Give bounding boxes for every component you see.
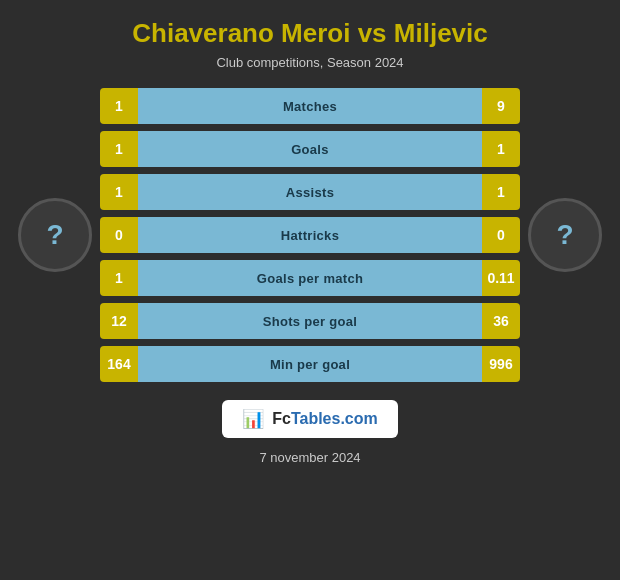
stat-left-value: 164 <box>100 346 138 382</box>
stats-section: ? 1Matches91Goals11Assists10Hattricks01G… <box>0 88 620 382</box>
stat-left-value: 0 <box>100 217 138 253</box>
right-player-avatar: ? <box>520 130 610 340</box>
stat-right-value: 9 <box>482 88 520 124</box>
stat-label: Hattricks <box>281 228 339 243</box>
right-avatar-circle: ? <box>528 198 602 272</box>
stat-right-value: 0 <box>482 217 520 253</box>
right-avatar-question: ? <box>556 219 573 251</box>
stat-right-value: 0.11 <box>482 260 520 296</box>
page-title: Chiaverano Meroi vs Miljevic <box>132 18 487 49</box>
stat-label: Goals <box>291 142 329 157</box>
stat-row: 1Goals per match0.11 <box>100 260 520 296</box>
stat-row: 1Matches9 <box>100 88 520 124</box>
branding-box: 📊 FcTables.com <box>222 400 398 438</box>
stat-left-value: 1 <box>100 174 138 210</box>
stat-label: Shots per goal <box>263 314 358 329</box>
main-container: Chiaverano Meroi vs Miljevic Club compet… <box>0 0 620 580</box>
stat-right-value: 36 <box>482 303 520 339</box>
stat-row: 1Assists1 <box>100 174 520 210</box>
bars-container: 1Matches91Goals11Assists10Hattricks01Goa… <box>100 88 520 382</box>
stat-label: Assists <box>286 185 334 200</box>
stat-right-value: 1 <box>482 174 520 210</box>
brand-text-plain: Fc <box>272 410 291 427</box>
stat-label: Min per goal <box>270 357 350 372</box>
stat-bar-center: Min per goal <box>138 346 482 382</box>
stat-right-value: 996 <box>482 346 520 382</box>
footer-date: 7 november 2024 <box>259 450 360 465</box>
brand-icon: 📊 <box>242 408 264 430</box>
stat-bar-center: Hattricks <box>138 217 482 253</box>
left-avatar-question: ? <box>46 219 63 251</box>
left-avatar-circle: ? <box>18 198 92 272</box>
stat-left-value: 1 <box>100 131 138 167</box>
stat-bar-center: Assists <box>138 174 482 210</box>
stat-row: 1Goals1 <box>100 131 520 167</box>
stat-label: Goals per match <box>257 271 363 286</box>
brand-text-highlight: Tables.com <box>291 410 378 427</box>
stat-bar-center: Goals <box>138 131 482 167</box>
stat-left-value: 12 <box>100 303 138 339</box>
stat-right-value: 1 <box>482 131 520 167</box>
stat-row: 12Shots per goal36 <box>100 303 520 339</box>
stat-left-value: 1 <box>100 260 138 296</box>
stat-row: 0Hattricks0 <box>100 217 520 253</box>
stat-row: 164Min per goal996 <box>100 346 520 382</box>
stat-bar-center: Matches <box>138 88 482 124</box>
stat-bar-center: Goals per match <box>138 260 482 296</box>
left-player-avatar: ? <box>10 130 100 340</box>
brand-text: FcTables.com <box>272 410 378 428</box>
stat-label: Matches <box>283 99 337 114</box>
page-subtitle: Club competitions, Season 2024 <box>216 55 403 70</box>
stat-bar-center: Shots per goal <box>138 303 482 339</box>
stat-left-value: 1 <box>100 88 138 124</box>
